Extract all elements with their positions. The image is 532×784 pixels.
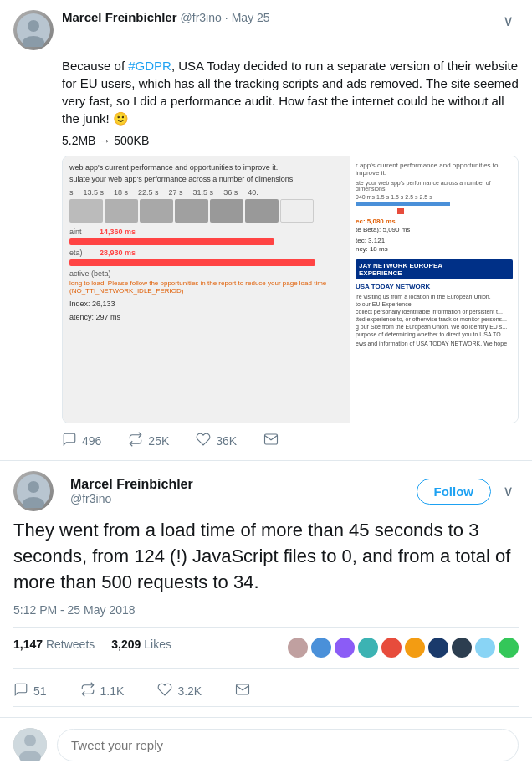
mail-icon-2 (235, 682, 250, 699)
tweet-1-chevron-button[interactable]: ∨ (498, 10, 519, 32)
svg-point-4 (28, 481, 39, 493)
tweet-2: Marcel Freinbichler @fr3ino Follow ∨ The… (0, 461, 532, 718)
tweet-1: Marcel Freinbichler @fr3ino · May 25 ∨ B… (0, 0, 532, 461)
mail-icon (263, 432, 279, 450)
timeline-numbers: s 13.5 s 18 s 22.5 s 27 s 31.5 s 36 s 40… (69, 188, 343, 197)
retweet-stat: 1,147 Retweets (13, 638, 95, 658)
liker-2 (311, 638, 331, 658)
tweet-2-handle[interactable]: @fr3ino (70, 492, 417, 505)
tweet-1-display-name[interactable]: Marcel Freinbichler (62, 10, 177, 24)
tweet-1-image: web app's current performance and opport… (62, 156, 519, 423)
retweet-icon-2 (80, 682, 95, 699)
r4: ncy: 18 ms (356, 245, 513, 254)
hashtag-gdpr[interactable]: #GDPR (128, 59, 171, 73)
tweet-2-actions: 51 1.1K 3.2K (13, 675, 519, 707)
tweet-1-share-button[interactable] (263, 432, 279, 450)
liker-avatars (288, 638, 519, 658)
thumb-7 (280, 199, 314, 223)
perf-left-panel: web app's current performance and opport… (63, 156, 350, 423)
tweet-1-text: Because of #GDPR, USA Today decided to r… (62, 57, 519, 127)
r2: te Beta): 5,090 ms (356, 226, 513, 234)
right-dot (397, 208, 404, 214)
tweet-1-user-info: Marcel Freinbichler @fr3ino · May 25 (62, 10, 498, 24)
tweet-2-user-info: Marcel Freinbichler @fr3ino (70, 477, 417, 505)
svg-point-1 (28, 20, 39, 32)
tweet-1-name-row: Marcel Freinbichler @fr3ino · May 25 (62, 10, 498, 24)
reply-icon (62, 432, 77, 450)
thumb-6 (245, 199, 279, 223)
liker-9 (475, 638, 495, 658)
liker-5 (381, 638, 402, 658)
tweet-1-reply-button[interactable]: 496 (62, 432, 101, 450)
active-label: active (beta) (69, 269, 343, 278)
t3: 18 s (114, 188, 128, 197)
index-row: Index: 26,133 (69, 300, 343, 308)
paint-value: 14,360 ms (100, 228, 136, 236)
tweet-2-like-button[interactable]: 3.2K (157, 682, 202, 699)
like-icon (196, 432, 211, 450)
perf-top-text: web app's current performance and opport… (69, 163, 343, 172)
error-text: long to load. Please follow the opportun… (69, 279, 343, 287)
thumb-1 (69, 199, 103, 223)
retweet-icon (128, 432, 143, 450)
timeline-thumbnails (69, 199, 343, 223)
beta-bar (69, 259, 315, 266)
perf-sub-text: sulate your web app's performance across… (69, 175, 343, 183)
perf-bars: aint 14,360 ms eta) 28,930 ms active (be… (69, 228, 343, 321)
reply-box (0, 718, 532, 771)
perf-right-panel: r app's current performance and opportun… (350, 156, 518, 423)
thumb-3 (140, 199, 173, 223)
beta-value: 28,930 ms (100, 249, 136, 257)
likes-count: 3,209 (111, 638, 141, 651)
t7: 36 s (223, 188, 238, 197)
tweet-2-share-button[interactable] (235, 682, 250, 699)
likes-label: Likes (144, 638, 171, 651)
tweet-1-retweet-count: 25K (148, 434, 169, 448)
t4: 22.5 s (138, 188, 159, 197)
right-metrics: ec: 5,080 ms te Beta): 5,090 ms tec: 3,1… (356, 218, 513, 254)
tweet-2-like-count: 3.2K (177, 684, 202, 698)
liker-10 (499, 638, 519, 658)
tweet-2-text: They went from a load time of more than … (13, 518, 519, 595)
usa-banner: JAY NETWORK EUROPEA EXPERIENCE (356, 259, 513, 279)
tweet-1-avatar (13, 10, 54, 50)
tweet-1-reply-count: 496 (82, 434, 101, 448)
tweet-1-actions: 496 25K 36K (62, 432, 519, 450)
liker-4 (358, 638, 378, 658)
thumb-4 (175, 199, 208, 223)
svg-point-7 (24, 735, 36, 746)
tweet-2-timestamp[interactable]: 5:12 PM - 25 May 2018 (13, 603, 519, 617)
reply-icon-2 (13, 682, 28, 699)
tweet-2-avatar (13, 471, 54, 511)
tweet-2-reply-button[interactable]: 51 (13, 682, 47, 699)
tweet-2-chevron-button[interactable]: ∨ (498, 480, 519, 502)
tweet-2-retweet-button[interactable]: 1.1K (80, 682, 125, 699)
tweet-1-separator: · (225, 11, 228, 24)
network-label: USA TODAY NETWORK (356, 283, 513, 290)
paint-bar (69, 238, 274, 245)
tweet-2-display-name[interactable]: Marcel Freinbichler (70, 477, 417, 492)
right-timeline: 940 ms1.5 s1.5 s2.5 s2.5 s (356, 194, 513, 200)
no-tti-label: (NO_TTI_NETWORK_IDLE_PERIOD) (69, 287, 343, 295)
thumb-2 (105, 199, 138, 223)
liker-3 (335, 638, 355, 658)
reply-input[interactable] (57, 729, 519, 761)
latency-row: atency: 297 ms (69, 313, 343, 321)
tweet-1-timestamp[interactable]: May 25 (232, 11, 270, 24)
right-sub: ate your web app's performance across a … (356, 180, 513, 192)
reply-avatar (13, 728, 47, 761)
tweet-2-retweet-count: 1.1K (100, 684, 125, 698)
eu-text: 're visiting us from a location in the E… (356, 293, 513, 339)
thumb-5 (210, 199, 243, 223)
like-icon-2 (157, 682, 172, 699)
t1: s (69, 188, 74, 197)
retweet-count: 1,147 (13, 638, 43, 651)
follow-button[interactable]: Follow (417, 479, 492, 505)
tweet-1-handle[interactable]: @fr3ino (181, 11, 222, 24)
tweet-1-retweet-button[interactable]: 25K (128, 432, 169, 450)
tweet-1-size-info: 5.2MB → 500KB (62, 134, 519, 147)
tweet-1-like-button[interactable]: 36K (196, 432, 237, 450)
tweet-1-header: Marcel Freinbichler @fr3ino · May 25 ∨ (13, 10, 519, 50)
avatar-image-2 (13, 471, 54, 511)
tweet-2-body: They went from a load time of more than … (13, 518, 519, 617)
